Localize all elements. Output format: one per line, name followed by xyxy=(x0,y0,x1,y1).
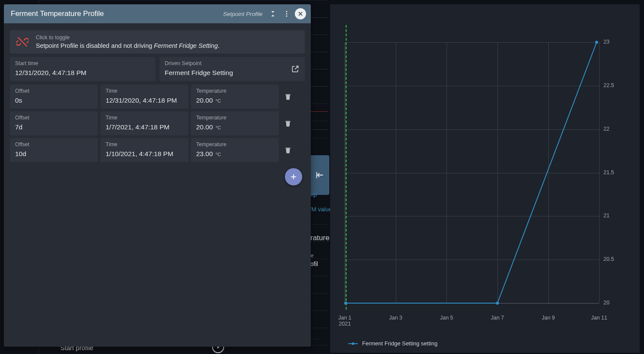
add-row-button[interactable]: + xyxy=(285,168,302,185)
time-field[interactable]: Time12/31/2020, 4:47:18 PM xyxy=(100,85,188,109)
y-tick-label: 23 xyxy=(603,39,625,45)
temperature-label: Temperature xyxy=(196,141,274,147)
dialog-subtitle: Setpoint Profile xyxy=(104,11,265,17)
x-tick-label: Jan 5 xyxy=(434,315,460,321)
offset-value: 7d xyxy=(15,123,93,131)
collapse-icon[interactable] xyxy=(267,8,279,20)
time-label: Time xyxy=(106,141,183,147)
time-label: Time xyxy=(106,115,183,121)
plus-icon: + xyxy=(291,172,297,182)
temperature-value: 20.00 °C xyxy=(196,97,274,104)
toggle-status: Setpoint Profile is disabled and not dri… xyxy=(36,42,219,49)
time-field[interactable]: Time1/10/2021, 4:47:18 PM xyxy=(100,138,188,162)
dialog-title: Ferment Temperature Profile xyxy=(11,9,104,18)
time-value: 1/7/2021, 4:47:18 PM xyxy=(106,123,183,131)
y-tick-label: 22 xyxy=(603,126,625,132)
svg-point-1 xyxy=(496,302,499,305)
x-tick-label: Jan 11 xyxy=(586,315,612,321)
drawer-collapse-button[interactable] xyxy=(310,155,329,195)
trash-icon xyxy=(284,146,292,154)
offset-field[interactable]: Offset7d xyxy=(10,111,98,135)
driven-setpoint-value: Ferment Fridge Setting xyxy=(165,69,300,77)
x-tick-label: Jan 9 xyxy=(535,315,561,321)
offset-label: Offset xyxy=(15,115,93,121)
setpoint-profile-dialog: Ferment Temperature Profile Setpoint Pro… xyxy=(4,4,311,347)
temperature-label: Temperature xyxy=(196,115,274,121)
enable-toggle-card[interactable]: Click to toggle Setpoint Profile is disa… xyxy=(10,30,305,53)
close-button[interactable] xyxy=(294,8,306,20)
chart-legend: Ferment Fridge Setting setting xyxy=(348,340,438,347)
y-tick-label: 21 xyxy=(603,213,625,219)
offset-label: Offset xyxy=(15,88,93,94)
chart-series xyxy=(345,42,599,303)
time-value: 1/10/2021, 4:47:18 PM xyxy=(106,150,183,158)
start-time-field[interactable]: Start time 12/31/2020, 4:47:18 PM xyxy=(10,57,155,81)
toggle-hint: Click to toggle xyxy=(36,34,219,41)
temperature-label: Temperature xyxy=(196,88,274,94)
delete-row-button[interactable] xyxy=(281,146,294,154)
time-field[interactable]: Time1/7/2021, 4:47:18 PM xyxy=(100,111,188,135)
legend-line-icon xyxy=(348,343,358,344)
svg-point-2 xyxy=(595,41,598,44)
x-tick-label: Jan 7 xyxy=(485,315,510,321)
trash-icon xyxy=(284,93,292,100)
bg-section-title: rature xyxy=(310,234,329,242)
close-icon xyxy=(295,8,306,19)
x-tick-label: Jan 12021 xyxy=(332,315,358,327)
offset-value: 0s xyxy=(15,97,93,104)
profile-row: Offset7dTime1/7/2021, 4:47:18 PMTemperat… xyxy=(10,111,305,135)
dialog-header: Ferment Temperature Profile Setpoint Pro… xyxy=(4,4,311,23)
offset-label: Offset xyxy=(15,141,93,147)
temperature-field[interactable]: Temperature23.00 °C xyxy=(191,138,279,162)
y-tick-label: 21.5 xyxy=(603,169,625,175)
offset-field[interactable]: Offset0s xyxy=(10,85,98,109)
time-value: 12/31/2020, 4:47:18 PM xyxy=(106,97,183,104)
svg-point-0 xyxy=(344,302,347,305)
temperature-field[interactable]: Temperature20.00 °C xyxy=(191,85,279,109)
svg-point-4 xyxy=(286,13,288,15)
offset-value: 10d xyxy=(15,150,93,158)
offset-field[interactable]: Offset10d xyxy=(10,138,98,162)
profile-row: Offset0sTime12/31/2020, 4:47:18 PMTemper… xyxy=(10,85,305,109)
y-tick-label: 20.5 xyxy=(603,256,625,262)
more-icon[interactable] xyxy=(281,8,293,20)
y-tick-label: 22.5 xyxy=(603,82,625,88)
y-tick-label: 20 xyxy=(603,300,625,306)
delete-row-button[interactable] xyxy=(281,93,294,100)
profile-chart-panel: 2020.52121.52222.523Jan 12021Jan 3Jan 5J… xyxy=(330,4,640,353)
chart-plot[interactable]: 2020.52121.52222.523Jan 12021Jan 3Jan 5J… xyxy=(345,13,625,328)
x-tick-label: Jan 3 xyxy=(383,315,409,321)
chart-plot-area: 2020.52121.52222.523Jan 12021Jan 3Jan 5J… xyxy=(345,42,599,303)
profile-row: Offset10dTime1/10/2021, 4:47:18 PMTemper… xyxy=(10,138,305,162)
delete-row-button[interactable] xyxy=(281,119,294,127)
temperature-value: 20.00 °C xyxy=(196,123,274,131)
gridline-v xyxy=(599,42,600,303)
start-time-label: Start time xyxy=(15,60,150,66)
driven-setpoint-label: Driven Setpoint xyxy=(165,60,300,66)
start-time-value: 12/31/2020, 4:47:18 PM xyxy=(15,69,150,77)
svg-point-3 xyxy=(286,11,288,12)
trash-icon xyxy=(284,119,292,127)
link-broken-icon xyxy=(16,35,29,48)
driven-setpoint-field[interactable]: Driven Setpoint Ferment Fridge Setting xyxy=(159,57,305,81)
bg-label-np: np xyxy=(310,191,317,198)
temperature-field[interactable]: Temperature20.00 °C xyxy=(191,111,279,135)
legend-label: Ferment Fridge Setting setting xyxy=(362,340,438,347)
svg-point-5 xyxy=(286,16,288,17)
bg-label-pwm: 'M value xyxy=(310,206,332,213)
temperature-value: 23.00 °C xyxy=(196,150,274,158)
open-external-icon[interactable] xyxy=(290,64,300,74)
time-label: Time xyxy=(106,88,183,94)
